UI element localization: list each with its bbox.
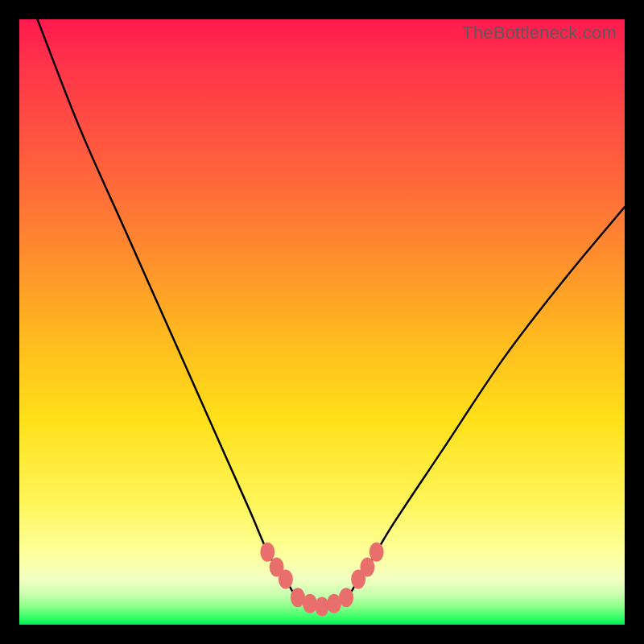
left-upper-bead [260, 543, 275, 562]
chart-plot-area: TheBottleneck.com [19, 19, 625, 625]
flat-bead-5 [339, 588, 353, 607]
watermark-text: TheBottleneck.com [462, 23, 617, 43]
chart-frame: TheBottleneck.com [0, 0, 644, 644]
right-mid-bead [360, 558, 374, 577]
bottleneck-curve-path [38, 19, 625, 606]
flat-bead-1 [291, 588, 305, 607]
left-lower-bead [279, 570, 293, 589]
left-mid-bead [270, 558, 284, 577]
flat-bead-4 [327, 594, 341, 613]
right-lower-bead [351, 570, 365, 589]
bottleneck-curve-svg [19, 19, 625, 625]
bead-markers-group [260, 543, 383, 617]
right-upper-bead [369, 543, 384, 562]
flat-bead-3 [315, 597, 329, 616]
flat-bead-2 [303, 594, 317, 613]
